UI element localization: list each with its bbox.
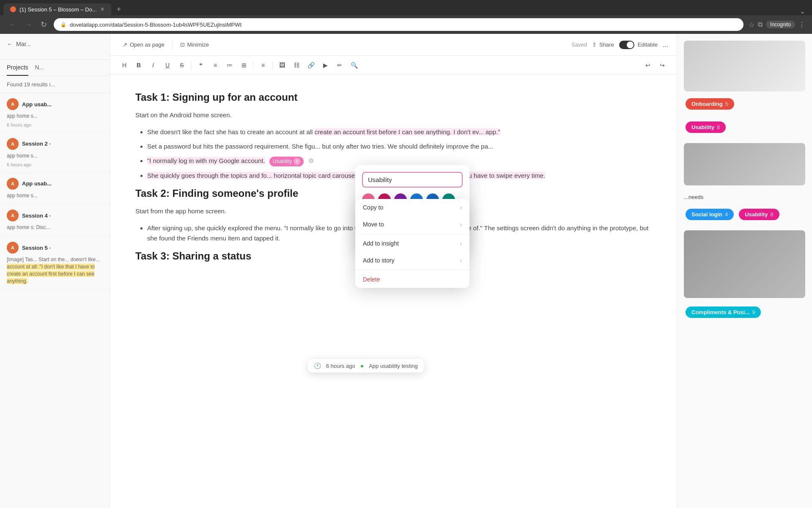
list-item[interactable]: A App usab... app home s... 6 hours ago — [0, 93, 110, 133]
tag-count: 9 — [752, 309, 755, 315]
saved-status: Saved — [571, 41, 587, 48]
tag-group-2: Usability 8 — [684, 120, 805, 135]
list-item[interactable]: A Session 4 · app home s: Disc... — [0, 204, 110, 237]
tab-close-button[interactable]: ✕ — [100, 6, 104, 12]
main-content: ↗ Open as page ⊡ Minimize Saved ⇪ Share — [110, 34, 677, 508]
list-item-header: A App usab... — [7, 178, 103, 190]
tab-title: (1) Session 5 – Blossom – Do... — [19, 6, 97, 13]
tag-group-3: Social login 4 Usability 8 — [684, 207, 805, 222]
tag-action-button[interactable]: ⚙ — [308, 157, 314, 164]
toolbar-separator — [172, 41, 173, 49]
ordered-list-tool[interactable]: ≔ — [224, 59, 236, 71]
minimize-icon: ⊡ — [180, 41, 185, 48]
list-item-header: A Session 2 · — [7, 138, 103, 150]
browser-nav: ← → ↻ 🔒 dovetailapp.com/data/Session-5-B… — [0, 15, 812, 34]
add-to-insight-menu-item[interactable]: Add to insight › — [355, 235, 469, 252]
tag-label: Compliments & Posi... — [691, 309, 749, 315]
highlight-tooltip: 🕐 6 hours ago ● App usability testing — [308, 359, 424, 373]
chevron-right-icon: › — [460, 257, 462, 264]
list-item[interactable]: A App usab... app home s... — [0, 173, 110, 205]
tooltip-time: 6 hours ago — [326, 363, 355, 369]
delete-label: Delete — [363, 276, 380, 283]
clock-icon: 🕐 — [314, 362, 321, 369]
embed-tool[interactable]: 🔗 — [305, 59, 317, 71]
tab-favicon — [10, 6, 16, 12]
list-item[interactable]: A Session 2 · app home s... 6 hours ago — [0, 133, 110, 173]
usability-tag[interactable]: Usability 8 — [269, 157, 304, 166]
move-to-menu-item[interactable]: Move to › — [355, 216, 469, 233]
usability-tag-2[interactable]: Usability 8 — [739, 209, 779, 220]
more-options-button[interactable]: ... — [663, 41, 668, 49]
tag-group-1: Onboarding 5 — [684, 41, 805, 111]
sidebar-back-button[interactable]: ← Mar... — [7, 41, 103, 47]
search-tool[interactable]: 🔍 — [348, 59, 360, 71]
list-item-label: Session 5 · — [22, 245, 51, 251]
video-tool[interactable]: ▶ — [319, 59, 331, 71]
list-item-meta: 6 hours ago — [7, 122, 103, 127]
avatar: A — [7, 98, 19, 110]
compliments-tag[interactable]: Compliments & Posi... 9 — [686, 306, 761, 318]
minimize-label: Minimize — [187, 41, 209, 48]
toggle-track[interactable] — [619, 41, 634, 49]
minimize-button[interactable]: ⊡ Minimize — [176, 39, 213, 50]
tab-menu-button[interactable]: ⌄ — [796, 7, 809, 15]
editable-toggle[interactable]: Editable — [619, 41, 658, 49]
undo-button[interactable]: ↩ — [642, 59, 654, 71]
list-item-header: A Session 4 · — [7, 210, 103, 221]
bold-tool[interactable]: B — [133, 59, 145, 71]
draw-tool[interactable]: ✏ — [334, 59, 346, 71]
avatar: A — [7, 178, 19, 190]
highlight-text: account at all: "I don't like that I hav… — [7, 264, 95, 284]
task1-title: Task 1: Signing up for an account — [135, 91, 651, 103]
active-tab[interactable]: (1) Session 5 – Blossom – Do... ✕ — [3, 3, 111, 15]
back-button[interactable]: ← — [7, 19, 18, 31]
italic-tool[interactable]: I — [147, 59, 159, 71]
avatar: A — [7, 138, 19, 150]
table-tool[interactable]: ⊞ — [238, 59, 250, 71]
open-as-page-button[interactable]: ↗ Open as page — [118, 39, 169, 50]
list-item-desc: app home s... — [7, 152, 103, 160]
add-to-story-menu-item[interactable]: Add to story › — [355, 252, 469, 269]
new-tab-button[interactable]: + — [113, 3, 125, 15]
refresh-button[interactable]: ↻ — [39, 18, 49, 31]
tag-chips-group3: Social login 4 Usability 8 — [684, 207, 805, 222]
chevron-right-icon: › — [460, 204, 462, 211]
tag-name-input[interactable] — [362, 172, 463, 188]
star-button[interactable]: ☆ — [749, 21, 754, 29]
url-text: dovetailapp.com/data/Session-5-Blossom-1… — [70, 22, 241, 28]
link-tool[interactable]: ⛓ — [291, 59, 302, 71]
bullet-list-tool[interactable]: ≡ — [209, 59, 221, 71]
sidebar-image-1 — [684, 41, 805, 91]
delete-menu-item[interactable]: Delete — [355, 271, 469, 288]
heading-tool[interactable]: H — [118, 59, 130, 71]
copy-to-menu-item[interactable]: Copy to › — [355, 199, 469, 216]
onboarding-tag[interactable]: Onboarding 5 — [686, 98, 734, 110]
social-login-tag[interactable]: Social login 4 — [686, 209, 734, 220]
align-tool[interactable]: ≡ — [257, 59, 269, 71]
redo-button[interactable]: ↪ — [656, 59, 668, 71]
move-to-label: Move to — [363, 221, 384, 228]
chevron-right-icon: › — [460, 221, 462, 228]
more-button[interactable]: ⋮ — [798, 21, 805, 29]
share-button[interactable]: ⇪ Share — [592, 41, 614, 48]
sidebar-nav-n[interactable]: N... — [35, 60, 44, 76]
sidebar-back-label: Mar... — [16, 41, 31, 47]
image-tool[interactable]: 🖼 — [276, 59, 288, 71]
list-item[interactable]: A Session 5 · [Image] Tas... Start on th… — [0, 237, 110, 290]
avatar: A — [7, 242, 19, 254]
task1-intro: Start on the Android home screen. — [135, 110, 651, 120]
toggle-thumb — [627, 41, 634, 48]
browser-tabs: (1) Session 5 – Blossom – Do... ✕ + ⌄ — [0, 0, 812, 15]
address-bar[interactable]: 🔒 dovetailapp.com/data/Session-5-Blossom… — [54, 18, 743, 31]
strikethrough-tool[interactable]: S — [176, 59, 188, 71]
sidebar-nav-projects[interactable]: Projects — [7, 60, 28, 76]
editable-label: Editable — [638, 41, 658, 48]
forward-button[interactable]: → — [23, 19, 34, 31]
extensions-button[interactable]: ⧉ — [758, 21, 763, 28]
tag-chips-group2: Usability 8 — [684, 120, 805, 135]
quote-tool[interactable]: ❝ — [195, 59, 207, 71]
usability-tag-chip[interactable]: Usability 8 — [686, 121, 726, 133]
highlighted-text: create an account first before I can see… — [315, 128, 500, 135]
avatar: A — [7, 210, 19, 221]
underline-tool[interactable]: U — [162, 59, 173, 71]
